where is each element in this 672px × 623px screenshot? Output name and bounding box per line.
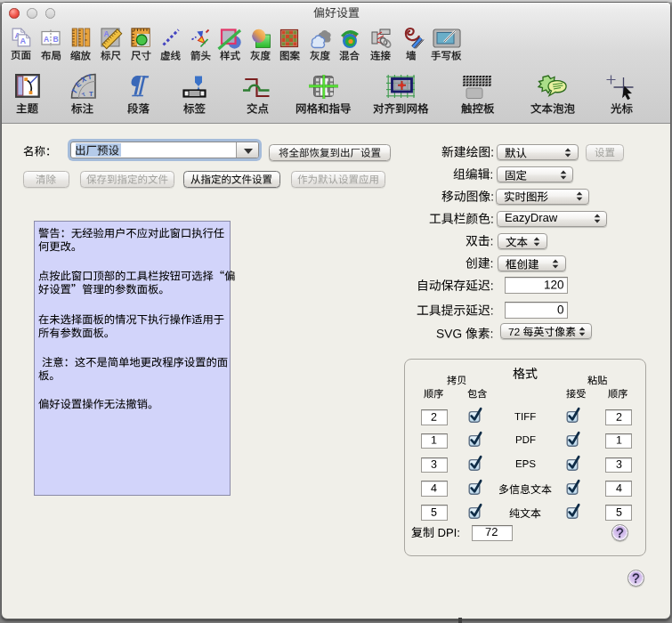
svg-text:A: A: [20, 36, 26, 45]
svg-text:A: A: [44, 35, 49, 44]
svg-text:B: B: [53, 35, 59, 44]
svg-text:A: A: [104, 29, 109, 38]
svg-text:T: T: [89, 90, 93, 98]
